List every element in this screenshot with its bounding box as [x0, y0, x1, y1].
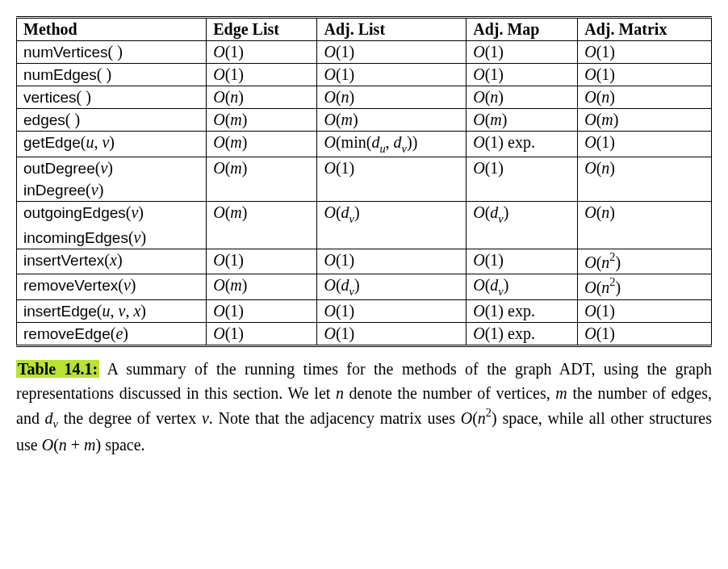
cell: O(m)	[207, 109, 317, 132]
method-cell: outDegree(v)	[17, 157, 207, 180]
table-row: outDegree(v) O(m) O(1) O(1) O(n)	[17, 157, 712, 180]
cell: O(m)	[207, 157, 317, 180]
cell: O(1)	[467, 157, 578, 180]
table-row: getEdge(u, v) O(m) O(min(du, dv)) O(1) e…	[17, 132, 712, 157]
cell: O(1)	[467, 249, 578, 274]
method-cell: insertVertex(x)	[17, 249, 207, 274]
cell: O(1)	[317, 157, 467, 180]
cell: O(1)	[578, 299, 712, 322]
col-adj-list: Adj. List	[317, 18, 467, 41]
cell	[578, 179, 712, 202]
method-cell: inDegree(v)	[17, 179, 207, 202]
cell: O(m)	[207, 202, 317, 228]
cell: O(dv)	[317, 202, 467, 228]
method-cell: incomingEdges(v)	[17, 227, 207, 249]
cell	[317, 179, 467, 202]
cell: O(1)	[467, 64, 578, 86]
cell: O(1)	[317, 41, 467, 64]
method-args: ( )	[108, 43, 123, 61]
table-row: removeEdge(e) O(1) O(1) O(1) exp. O(1)	[17, 322, 712, 345]
cell: O(dv)	[467, 274, 578, 299]
cell: O(n2)	[578, 249, 712, 274]
table-label: Table 14.1:	[16, 360, 99, 378]
method-cell: edges( )	[17, 109, 207, 132]
method-name: numVertices	[23, 44, 108, 61]
cell: O(1)	[578, 41, 712, 64]
cell: O(n)	[578, 86, 712, 109]
col-adj-map: Adj. Map	[467, 18, 578, 41]
cell: O(m)	[317, 109, 467, 132]
method-cell: numEdges( )	[17, 64, 207, 86]
table-header-row: Method Edge List Adj. List Adj. Map Adj.…	[17, 18, 712, 41]
cell: O(1)	[207, 249, 317, 274]
cell: O(m)	[207, 274, 317, 299]
cell: O(1) exp.	[467, 132, 578, 157]
cell	[317, 227, 467, 249]
table-row: inDegree(v)	[17, 179, 712, 202]
method-cell: outgoingEdges(v)	[17, 202, 207, 228]
table-row: insertEdge(u, v, x) O(1) O(1) O(1) exp. …	[17, 299, 712, 322]
method-cell: numVertices( )	[17, 41, 207, 64]
cell: O(n2)	[578, 274, 712, 299]
cell	[467, 179, 578, 202]
method-cell: getEdge(u, v)	[17, 132, 207, 157]
cell: O(1)	[578, 132, 712, 157]
cell: O(1)	[578, 64, 712, 86]
method-cell: removeEdge(e)	[17, 322, 207, 345]
cell: O(1)	[467, 41, 578, 64]
col-method: Method	[17, 18, 207, 41]
cell: O(n)	[578, 157, 712, 180]
cell: O(m)	[467, 109, 578, 132]
cell	[467, 227, 578, 249]
cell: O(1)	[578, 322, 712, 345]
complexity-table: Method Edge List Adj. List Adj. Map Adj.…	[16, 16, 712, 347]
cell: O(min(du, dv))	[317, 132, 467, 157]
cell: O(1)	[317, 322, 467, 345]
table-row: numEdges( ) O(1) O(1) O(1) O(1)	[17, 64, 712, 86]
table-row: incomingEdges(v)	[17, 227, 712, 249]
cell: O(n)	[207, 86, 317, 109]
table-row: vertices( ) O(n) O(n) O(n) O(n)	[17, 86, 712, 109]
cell: O(1)	[317, 249, 467, 274]
method-cell: vertices( )	[17, 86, 207, 109]
cell	[578, 227, 712, 249]
cell: O(dv)	[467, 202, 578, 228]
table-row: outgoingEdges(v) O(m) O(dv) O(dv) O(n)	[17, 202, 712, 228]
cell: O(n)	[467, 86, 578, 109]
col-edge-list: Edge List	[207, 18, 317, 41]
cell	[207, 179, 317, 202]
cell: O(1) exp.	[467, 299, 578, 322]
table-row: edges( ) O(m) O(m) O(m) O(m)	[17, 109, 712, 132]
cell	[207, 227, 317, 249]
cell: O(n)	[317, 86, 467, 109]
col-adj-matrix: Adj. Matrix	[578, 18, 712, 41]
cell: O(m)	[578, 109, 712, 132]
cell: O(1)	[207, 64, 317, 86]
table-row: insertVertex(x) O(1) O(1) O(1) O(n2)	[17, 249, 712, 274]
cell: O(1)	[317, 64, 467, 86]
cell: O(1)	[317, 299, 467, 322]
table-row: removeVertex(v) O(m) O(dv) O(dv) O(n2)	[17, 274, 712, 299]
cell: O(m)	[207, 132, 317, 157]
cell: O(1)	[207, 41, 317, 64]
method-cell: removeVertex(v)	[17, 274, 207, 299]
cell: O(1) exp.	[467, 322, 578, 345]
method-cell: insertEdge(u, v, x)	[17, 299, 207, 322]
cell: O(1)	[207, 299, 317, 322]
cell: O(n)	[578, 202, 712, 228]
cell: O(dv)	[317, 274, 467, 299]
table-caption: Table 14.1: A summary of the running tim…	[16, 357, 712, 457]
cell: O(1)	[207, 322, 317, 345]
table-row: numVertices( ) O(1) O(1) O(1) O(1)	[17, 41, 712, 64]
